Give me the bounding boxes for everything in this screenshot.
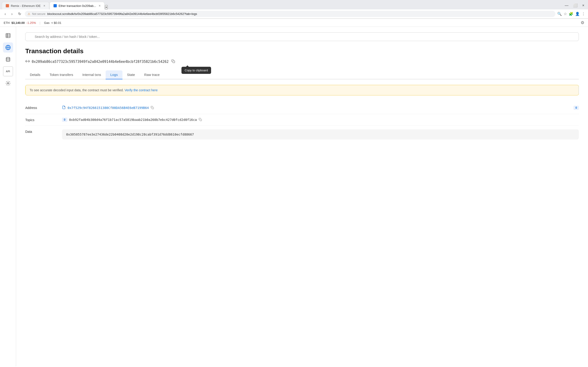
- divider: |: [40, 21, 40, 25]
- profile-button[interactable]: 👤: [575, 12, 580, 16]
- sidebar-item-document[interactable]: [3, 31, 13, 41]
- tx-hash-row: 0x209ab86ca577323c59573949fa2a842e09144b…: [25, 58, 579, 65]
- tab-token-transfers[interactable]: Token transfers: [45, 70, 78, 79]
- warning-text: To see accurate decoded input data, the …: [30, 88, 124, 92]
- svg-rect-9: [173, 61, 175, 63]
- forward-button[interactable]: ›: [9, 11, 14, 17]
- eth-info: ETH $3,140.00 -1.25%: [4, 21, 36, 25]
- back-button[interactable]: ‹: [3, 11, 8, 17]
- sidebar: API: [0, 27, 16, 366]
- search-browser-button[interactable]: 🔍: [557, 12, 562, 16]
- reload-button[interactable]: ↻: [16, 11, 23, 17]
- warning-banner: To see accurate decoded input data, the …: [25, 85, 579, 95]
- copy-hash-button[interactable]: [170, 58, 176, 65]
- eth-price: $3,140.00: [11, 21, 25, 25]
- tab-remix-close[interactable]: ×: [43, 4, 45, 8]
- close-window-button[interactable]: ×: [580, 2, 586, 8]
- address-badge: 0: [573, 106, 579, 110]
- search-wrapper: 🔍: [25, 32, 579, 41]
- tab-details[interactable]: Details: [25, 70, 45, 79]
- browser-chrome: Remix - Ethereum IDE × Ether transaction…: [0, 0, 588, 19]
- topic-hash: 0xb92fad04b300d4a76f1b71ac57a5819baab21b…: [69, 118, 197, 122]
- copy-address-button[interactable]: [151, 106, 154, 110]
- tab-ether-label: Ether transaction 0x209ab...: [59, 4, 96, 8]
- sidebar-item-settings[interactable]: [3, 78, 13, 88]
- tab-ether[interactable]: Ether transaction 0x209ab... ×: [50, 2, 104, 9]
- address-bar[interactable]: ⚠ Not secure blockscout.scrollsdk/tx/0x2…: [25, 11, 555, 17]
- tabs-bar: Details Token transfers Internal txns Lo…: [25, 70, 579, 79]
- address-link[interactable]: 0x7f529c94f8266151380Cf00DA56B4E6eB7199B…: [68, 106, 149, 110]
- topics-label: Topics: [25, 118, 53, 122]
- ether-favicon: [53, 4, 57, 7]
- top-info-bar: ETH $3,140.00 -1.25% | Gas < $0.01 ⚙: [0, 19, 588, 27]
- data-label: Data: [25, 129, 53, 133]
- svg-point-7: [6, 57, 10, 59]
- gas-value: < $0.01: [51, 21, 61, 25]
- data-box: 0x305055787ee3e27436de22b0408d20e2d198c2…: [62, 129, 579, 140]
- maximize-button[interactable]: ⬜: [571, 2, 579, 8]
- address-label: Address: [25, 106, 53, 110]
- copy-tooltip: Copy to clipboard: [182, 67, 211, 74]
- tab-remix[interactable]: Remix - Ethereum IDE ×: [2, 2, 49, 9]
- window-controls: — ⬜ ×: [563, 2, 586, 9]
- not-secure-label: Not secure: [32, 12, 45, 16]
- tab-internal-txns[interactable]: Internal txns: [78, 70, 106, 79]
- topic-item: 0 0xb92fad04b300d4a76f1b71ac57a5819baab2…: [62, 118, 202, 122]
- tab-raw-trace[interactable]: Raw trace: [140, 70, 164, 79]
- settings-button[interactable]: ⚙: [581, 20, 584, 25]
- tx-icon: [25, 59, 30, 65]
- bookmark-button[interactable]: ☆: [564, 12, 567, 16]
- address-doc-icon: [62, 106, 66, 110]
- tab-ether-close[interactable]: ×: [99, 4, 101, 8]
- address-bar-row: ‹ › ↻ ⚠ Not secure blockscout.scrollsdk/…: [0, 9, 588, 19]
- svg-rect-10: [152, 107, 154, 109]
- topic-index: 0: [62, 118, 67, 122]
- main-layout: API 🔍 Transaction details 0x209ab86ca577…: [0, 27, 588, 366]
- eth-label: ETH: [4, 21, 10, 25]
- minimize-button[interactable]: —: [563, 2, 570, 8]
- tx-hash-value: 0x209ab86ca577323c59573949fa2a842e09144b…: [32, 60, 169, 64]
- address-value: 0x7f529c94f8266151380Cf00DA56B4E6eB7199B…: [62, 106, 579, 110]
- api-label: API: [6, 70, 10, 73]
- topics-value: 0 0xb92fad04b300d4a76f1b71ac57a5819baab2…: [62, 118, 579, 122]
- verify-contract-link[interactable]: Verify the contract here: [124, 88, 157, 92]
- svg-rect-0: [6, 33, 10, 38]
- url-text: blockscout.scrollsdk/tx/0x209ab86ca57732…: [47, 12, 553, 16]
- main-content: 🔍 Transaction details 0x209ab86ca577323c…: [16, 27, 588, 366]
- new-tab-button[interactable]: +: [105, 5, 108, 9]
- copy-topic-button[interactable]: [199, 118, 202, 122]
- tab-remix-label: Remix - Ethereum IDE: [11, 4, 41, 8]
- gas-label: Gas: [44, 21, 50, 25]
- gas-info: Gas < $0.01: [44, 21, 61, 25]
- svg-point-8: [7, 83, 9, 84]
- address-row: Address 0x7f529c94f8266151380Cf00DA56B4E…: [25, 102, 579, 114]
- remix-favicon: [6, 4, 9, 7]
- address-bar-icons: 🔍 ☆ 🧩 👤 ⋮: [557, 12, 585, 16]
- search-input[interactable]: [25, 32, 579, 41]
- sidebar-item-globe[interactable]: [3, 42, 13, 52]
- tab-logs[interactable]: Logs: [106, 70, 122, 79]
- sidebar-item-database[interactable]: [3, 54, 13, 65]
- eth-change: -1.25%: [26, 21, 36, 25]
- tab-bar: Remix - Ethereum IDE × Ether transaction…: [0, 0, 588, 9]
- data-row: Data 0x305055787ee3e27436de22b0408d20e2d…: [25, 126, 579, 143]
- not-secure-icon: ⚠: [27, 12, 30, 16]
- topics-row: Topics 0 0xb92fad04b300d4a76f1b71ac57a58…: [25, 114, 579, 126]
- page-title: Transaction details: [25, 48, 579, 55]
- extensions-button[interactable]: 🧩: [569, 12, 573, 16]
- menu-button[interactable]: ⋮: [582, 12, 585, 16]
- sidebar-item-api[interactable]: API: [3, 66, 13, 76]
- svg-rect-11: [200, 119, 202, 121]
- tab-state[interactable]: State: [122, 70, 140, 79]
